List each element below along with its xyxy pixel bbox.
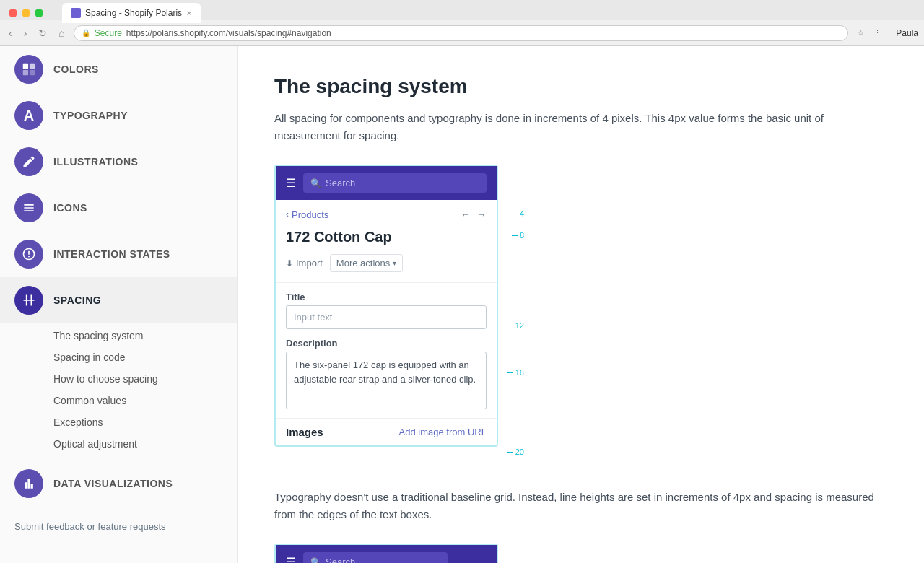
app-layout: COLORS A TYPOGRAPHY ILLUSTRATIONS ICONS … [0,46,924,563]
spacing-line-16 [507,372,513,373]
spacing-value-16: 16 [515,368,524,377]
demo-container: ☰ 🔍 Search ‹ Products [274,165,498,447]
demo-container-2: ☰ 🔍 Search [274,544,498,563]
hamburger-icon-2[interactable]: ☰ [286,555,296,563]
spacing-icon [14,286,43,315]
breadcrumb-nav: ← → [461,209,487,220]
sub-item-spacing-code[interactable]: Spacing in code [53,346,237,368]
more-actions-dropdown-icon: ▾ [393,259,396,267]
demo-body: ‹ Products ← → 172 Cotton Cap ⬇ [276,200,497,445]
spacing-sub-menu: The spacing system Spacing in code How t… [0,323,237,461]
page-description: All spacing for components and typograph… [274,110,888,144]
tab-favicon [71,8,81,18]
icons-label: ICONS [53,202,87,214]
spacing-value-20: 20 [515,448,524,456]
browser-tab[interactable]: Spacing - Shopify Polaris ✕ [62,3,201,23]
colors-icon [14,55,43,84]
sidebar-item-spacing[interactable]: SPACING [0,277,237,323]
svg-rect-1 [30,64,35,69]
interaction-states-icon [14,240,43,269]
more-actions-label: More actions [336,258,390,269]
page-title: The spacing system [274,75,888,98]
sidebar-item-typography[interactable]: A TYPOGRAPHY [0,92,237,139]
nav-prev-icon[interactable]: ← [461,209,471,220]
more-actions-button[interactable]: More actions ▾ [330,254,403,272]
bottom-description: Typography doesn't use a traditional bas… [274,489,888,523]
minimize-dot[interactable] [22,9,30,17]
spacing-value-12: 12 [515,321,524,330]
import-button[interactable]: ⬇ Import [286,258,323,269]
description-field-label: Description [286,338,487,349]
address-bar[interactable]: 🔒 Secure https://polaris.shopify.com/vis… [74,25,848,41]
illustrations-label: ILLUSTRATIONS [53,156,138,167]
reload-button[interactable]: ↻ [35,26,50,40]
add-image-link[interactable]: Add image from URL [399,427,487,437]
sub-item-optical-adjustment[interactable]: Optical adjustment [53,433,237,455]
maximize-dot[interactable] [35,9,43,17]
bookmark-icon[interactable]: ☆ [854,27,867,40]
illustrations-icon [14,147,43,176]
title-field-group: Title Input text [276,292,497,338]
description-textarea[interactable]: The six-panel 172 cap is equipped with a… [286,352,487,409]
sidebar-item-colors[interactable]: COLORS [0,46,237,92]
extensions-icon[interactable]: ⋮ [870,27,884,39]
user-name: Paula [896,28,918,38]
sidebar-item-interaction-states[interactable]: INTERACTION STATES [0,231,237,277]
colors-label: COLORS [53,64,99,75]
feedback-link[interactable]: Submit feedback or feature requests [0,507,237,538]
tab-close-button[interactable]: ✕ [186,9,192,17]
secure-badge: 🔒 [82,29,90,37]
url-text: https://polaris.shopify.com/visuals/spac… [126,28,331,38]
title-field-label: Title [286,292,487,302]
search-text-2: Search [326,557,355,563]
spacing-line-12 [507,326,513,326]
sub-item-common-values[interactable]: Common values [53,390,237,411]
browser-chrome: Spacing - Shopify Polaris ✕ ‹ › ↻ ⌂ 🔒 Se… [0,0,924,46]
spacing-marker-8: 8 [512,231,524,240]
typography-icon: A [14,101,43,130]
svg-rect-2 [23,70,28,75]
breadcrumb-products[interactable]: Products [292,209,328,220]
nav-next-icon[interactable]: → [476,209,487,220]
sub-item-how-to-choose[interactable]: How to choose spacing [53,368,237,390]
typography-label: TYPOGRAPHY [53,110,128,121]
product-title: 172 Cotton Cap [276,226,497,254]
sidebar: COLORS A TYPOGRAPHY ILLUSTRATIONS ICONS … [0,46,238,563]
sidebar-item-icons[interactable]: ICONS [0,185,237,231]
home-button[interactable]: ⌂ [56,26,67,40]
demo-breadcrumb: ‹ Products ← → [276,200,497,226]
sub-item-spacing-system[interactable]: The spacing system [53,325,237,346]
spacing-value-8: 8 [520,231,524,240]
svg-rect-3 [30,70,35,75]
spacing-value-4: 4 [520,209,524,218]
hamburger-icon[interactable]: ☰ [286,176,296,190]
spacing-marker-16: 16 [507,368,524,377]
spacing-marker-20: 20 [507,448,524,456]
interaction-states-label: INTERACTION STATES [53,248,170,260]
title-field-input[interactable]: Input text [286,305,487,329]
svg-rect-0 [23,64,28,69]
search-icon-2: 🔍 [310,557,321,564]
demo-search-bar-2[interactable]: 🔍 Search [303,552,448,563]
spacing-line-8 [512,235,518,236]
close-dot[interactable] [9,9,17,17]
demo-widget-wrapper: ☰ 🔍 Search ‹ Products [274,165,498,468]
sidebar-item-illustrations[interactable]: ILLUSTRATIONS [0,139,237,185]
sidebar-item-data-visualizations[interactable]: DATA VISUALIZATIONS [0,461,237,507]
divider-1 [276,282,497,283]
spacing-line-20 [507,452,513,453]
secure-label: Secure [95,28,122,38]
main-content: The spacing system All spacing for compo… [238,46,924,563]
back-button[interactable]: ‹ [6,26,15,40]
images-label: Images [286,426,323,438]
spacing-marker-12: 12 [507,321,524,330]
forward-button[interactable]: › [21,26,30,40]
data-viz-icon [14,469,43,498]
breadcrumb-chevron-icon: ‹ [286,209,289,219]
images-section: Images Add image from URL [276,418,497,445]
search-icon: 🔍 [310,178,321,188]
demo-search-bar[interactable]: 🔍 Search [303,173,487,193]
spacing-marker-4: 4 [512,209,524,218]
browser-titlebar: Spacing - Shopify Polaris ✕ [0,0,924,20]
sub-item-exceptions[interactable]: Exceptions [53,411,237,433]
